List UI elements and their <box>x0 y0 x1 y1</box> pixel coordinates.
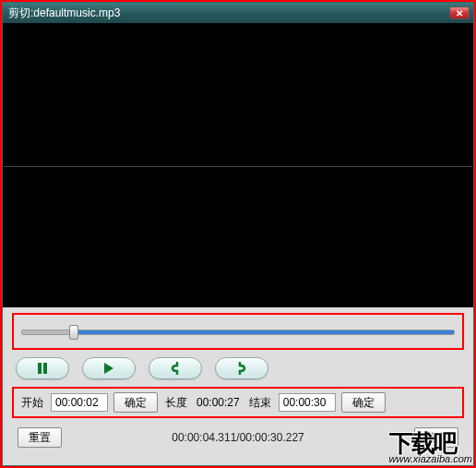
end-label: 结束 <box>247 395 273 411</box>
titlebar: 剪切:defaultmusic.mp3 ✕ <box>3 3 473 23</box>
length-value: 00:00:27 <box>195 396 242 409</box>
play-button[interactable] <box>82 357 136 379</box>
end-confirm-button[interactable]: 确定 <box>341 392 386 413</box>
pause-icon <box>36 362 49 375</box>
mark-out-icon <box>235 362 248 375</box>
controls-area: 开始 确定 长度 00:00:27 结束 确定 重置 00:00:04.311/… <box>3 307 473 465</box>
close-icon: ✕ <box>456 8 463 18</box>
svg-rect-1 <box>43 363 47 374</box>
start-confirm-button[interactable]: 确定 <box>113 392 158 413</box>
close-button[interactable]: ✕ <box>449 6 470 19</box>
length-label: 长度 <box>163 395 189 411</box>
transport-buttons <box>12 355 464 381</box>
mark-in-button[interactable] <box>149 357 202 379</box>
reset-button[interactable]: 重置 <box>18 427 62 448</box>
pause-button[interactable] <box>16 357 69 379</box>
end-time-input[interactable] <box>279 393 336 412</box>
playback-time-counter: 00:00:04.311/00:00:30.227 <box>71 431 405 444</box>
seek-slider-fill <box>74 330 454 334</box>
dialog-confirm-button[interactable]: 确定 <box>414 427 458 448</box>
mark-out-button[interactable] <box>215 357 268 379</box>
trim-time-row: 开始 确定 长度 00:00:27 结束 确定 <box>12 387 464 418</box>
svg-rect-0 <box>38 363 42 374</box>
window-title: 剪切:defaultmusic.mp3 <box>8 6 449 21</box>
trim-dialog: 剪切:defaultmusic.mp3 ✕ <box>2 2 474 466</box>
video-preview <box>3 23 473 307</box>
seek-slider[interactable] <box>21 330 455 335</box>
start-label: 开始 <box>19 395 45 411</box>
annotation-outer-border: 剪切:defaultmusic.mp3 ✕ <box>0 0 476 468</box>
bottom-row: 重置 00:00:04.311/00:00:30.227 确定 <box>12 424 464 448</box>
start-time-input[interactable] <box>51 393 108 412</box>
seek-slider-thumb[interactable] <box>69 325 78 340</box>
seek-slider-box <box>12 313 464 350</box>
preview-divider <box>4 166 472 167</box>
svg-marker-2 <box>104 363 113 374</box>
play-icon <box>102 362 115 375</box>
mark-in-icon <box>169 362 182 375</box>
